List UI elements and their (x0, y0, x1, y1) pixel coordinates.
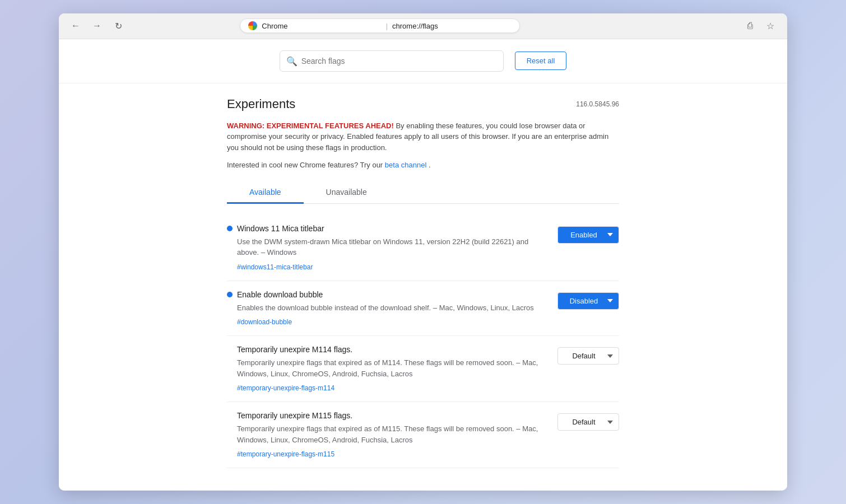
search-input[interactable] (280, 50, 504, 72)
flag-title: Enable download bubble (237, 290, 323, 299)
flag-select[interactable]: DefaultEnabledDisabled (557, 413, 619, 431)
flag-left: Enable download bubble Enables the downl… (227, 290, 548, 327)
address-separator: | (386, 22, 388, 30)
flag-item: Temporarily unexpire M114 flags. Tempora… (227, 336, 619, 402)
flag-item: Enable download bubble Enables the downl… (227, 281, 619, 337)
flag-anchor-link[interactable]: #windows11-mica-titlebar (237, 263, 313, 271)
interested-paragraph: Interested in cool new Chrome features? … (227, 160, 619, 171)
interested-end: . (429, 161, 431, 169)
version-text: 116.0.5845.96 (576, 100, 619, 108)
warning-paragraph: WARNING: EXPERIMENTAL FEATURES AHEAD! By… (227, 120, 619, 153)
reset-all-button[interactable]: Reset all (515, 52, 567, 70)
flag-item: Temporarily unexpire M115 flags. Tempora… (227, 402, 619, 468)
address-right-icons: ⎙ ☆ (742, 18, 778, 34)
flag-control: DefaultEnabledDisabled (557, 292, 619, 310)
flag-anchor-link[interactable]: #temporary-unexpire-flags-m115 (237, 450, 334, 458)
flag-description: Temporarily unexpire flags that expired … (237, 423, 548, 445)
forward-button[interactable]: → (89, 18, 105, 34)
flag-description: Enables the download bubble instead of t… (237, 302, 548, 314)
flag-item: Windows 11 Mica titlebar Use the DWM sys… (227, 215, 619, 281)
flag-title-row: Enable download bubble (227, 290, 548, 299)
flag-active-dot (227, 292, 233, 297)
page-title: Experiments (227, 97, 295, 111)
flag-active-dot (227, 226, 233, 231)
address-bar: ← → ↻ Chrome | chrome://flags ⎙ ☆ (59, 13, 787, 39)
flag-control: DefaultEnabledDisabled (557, 347, 619, 365)
site-name: Chrome (262, 22, 381, 30)
favicon (248, 21, 257, 30)
tabs-row: Available Unavailable (227, 182, 619, 204)
flag-title: Temporarily unexpire M114 flags. (237, 345, 352, 354)
interested-text: Interested in cool new Chrome features? … (227, 161, 385, 169)
flags-list: Windows 11 Mica titlebar Use the DWM sys… (227, 215, 619, 469)
flag-title-row: Temporarily unexpire M114 flags. (227, 345, 548, 354)
tab-unavailable[interactable]: Unavailable (304, 182, 389, 204)
flag-select[interactable]: DefaultEnabledDisabled (557, 226, 619, 244)
flag-anchor-link[interactable]: #download-bubble (237, 318, 292, 326)
beta-channel-link[interactable]: beta channel (385, 161, 426, 169)
flag-title-row: Temporarily unexpire M115 flags. (227, 411, 548, 420)
flag-anchor-link[interactable]: #temporary-unexpire-flags-m114 (237, 384, 334, 392)
share-button[interactable]: ⎙ (742, 18, 758, 34)
flag-title: Temporarily unexpire M115 flags. (237, 411, 352, 420)
search-bar-area: 🔍 Reset all (59, 39, 787, 83)
flag-description: Use the DWM system-drawn Mica titlebar o… (237, 236, 548, 258)
flag-title-row: Windows 11 Mica titlebar (227, 224, 548, 233)
flag-select[interactable]: DefaultEnabledDisabled (557, 292, 619, 310)
back-button[interactable]: ← (68, 18, 83, 34)
flag-left: Temporarily unexpire M115 flags. Tempora… (227, 411, 548, 459)
flag-control: DefaultEnabledDisabled (557, 226, 619, 244)
url-text: chrome://flags (392, 22, 512, 30)
experiments-header: Experiments 116.0.5845.96 (227, 97, 619, 111)
flag-left: Temporarily unexpire M114 flags. Tempora… (227, 345, 548, 393)
tab-available[interactable]: Available (227, 182, 304, 204)
bookmark-button[interactable]: ☆ (763, 18, 778, 34)
flag-title: Windows 11 Mica titlebar (237, 224, 324, 233)
reload-button[interactable]: ↻ (110, 18, 126, 34)
flag-description: Temporarily unexpire flags that expired … (237, 357, 548, 379)
browser-window: ← → ↻ Chrome | chrome://flags ⎙ ☆ 🔍 Rese… (59, 13, 787, 491)
page-content: 🔍 Reset all Experiments 116.0.5845.96 WA… (59, 39, 787, 491)
flag-select[interactable]: DefaultEnabledDisabled (557, 347, 619, 365)
flag-left: Windows 11 Mica titlebar Use the DWM sys… (227, 224, 548, 272)
address-bar-input[interactable]: Chrome | chrome://flags (240, 18, 520, 33)
experiments-area: Experiments 116.0.5845.96 WARNING: EXPER… (227, 83, 619, 491)
warning-bold-text: WARNING: EXPERIMENTAL FEATURES AHEAD! (227, 122, 394, 130)
flag-control: DefaultEnabledDisabled (557, 413, 619, 431)
search-wrap: 🔍 (280, 50, 504, 72)
